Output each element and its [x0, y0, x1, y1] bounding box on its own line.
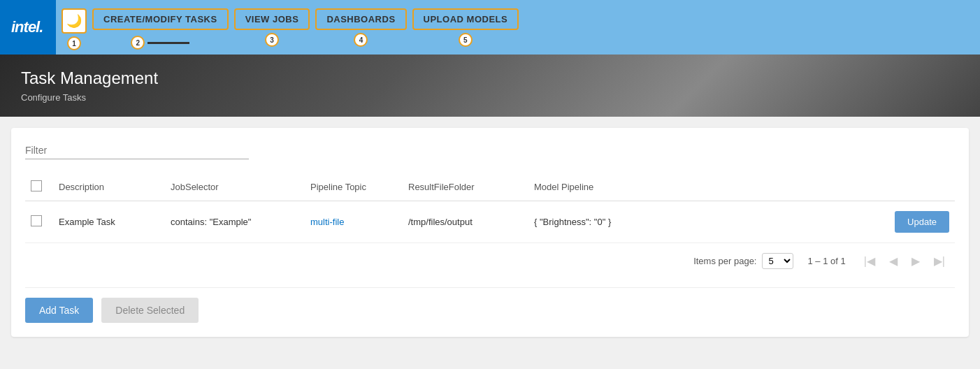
pipeline-topic-link[interactable]: multi-file — [310, 217, 344, 227]
logo-text: intel. — [11, 18, 43, 36]
row-checkbox[interactable] — [31, 215, 42, 226]
pagination-row: Items per page: 5 10 25 50 1 – 1 of 1 |◀… — [25, 243, 955, 273]
items-per-page-label: Items per page: — [693, 256, 756, 266]
row-description: Example Task — [53, 201, 165, 243]
tasks-table: Description JobSelector Pipeline Topic R… — [25, 173, 955, 243]
header-description: Description — [53, 173, 165, 201]
nav-item-dashboards[interactable]: DASHBOARDS 4 — [315, 8, 406, 47]
update-button[interactable]: Update — [895, 211, 949, 233]
select-all-checkbox[interactable] — [31, 180, 42, 191]
first-page-button[interactable]: |◀ — [860, 252, 879, 270]
upload-models-button[interactable]: UPLOAD MODELS — [412, 8, 519, 30]
view-jobs-button[interactable]: VIEW JOBS — [234, 8, 310, 30]
next-page-button[interactable]: ▶ — [907, 252, 924, 270]
items-per-page-select[interactable]: 5 10 25 50 — [762, 253, 793, 269]
theme-icon-button[interactable]: 🌙 — [62, 8, 87, 34]
nav-bar: 🌙 1 CREATE/MODIFY TASKS 2 VIEW JOBS 3 DA… — [56, 0, 524, 55]
add-task-button[interactable]: Add Task — [25, 298, 93, 323]
moon-icon: 🌙 — [66, 13, 82, 29]
banner-title: Task Management — [21, 68, 959, 88]
header-model-pipeline: Model Pipeline — [528, 173, 885, 201]
header-action — [885, 173, 955, 201]
header: intel. 🌙 1 CREATE/MODIFY TASKS 2 VIEW JO… — [0, 0, 980, 55]
row-pipeline-topic: multi-file — [305, 201, 403, 243]
row-checkbox-cell — [25, 201, 53, 243]
header-result-file-folder: ResultFileFolder — [403, 173, 528, 201]
header-checkbox-cell — [25, 173, 53, 201]
filter-input[interactable] — [25, 142, 249, 159]
header-pipeline-topic: Pipeline Topic — [305, 173, 403, 201]
row-model-pipeline: { "Brightness": "0" } — [528, 201, 885, 243]
header-job-selector: JobSelector — [165, 173, 305, 201]
create-modify-tasks-button[interactable]: CREATE/MODIFY TASKS — [92, 8, 229, 30]
nav-item-upload-models[interactable]: UPLOAD MODELS 5 — [412, 8, 519, 47]
table-row: Example Task contains: "Example" multi-f… — [25, 201, 955, 243]
row-result-file-folder: /tmp/files/output — [403, 201, 528, 243]
nav-badge-3: 3 — [265, 33, 279, 47]
active-underline — [147, 42, 189, 44]
main-content: Description JobSelector Pipeline Topic R… — [11, 128, 969, 337]
nav-item-view-jobs[interactable]: VIEW JOBS 3 — [234, 8, 310, 47]
delete-selected-button[interactable]: Delete Selected — [101, 298, 199, 323]
banner: Task Management Configure Tasks — [0, 55, 980, 117]
prev-page-button[interactable]: ◀ — [885, 252, 902, 270]
nav-badge-2: 2 — [131, 36, 145, 50]
nav-badge-4: 4 — [354, 33, 368, 47]
nav-item-icon[interactable]: 🌙 1 — [62, 8, 87, 50]
banner-subtitle: Configure Tasks — [21, 92, 959, 103]
intel-logo: intel. — [0, 0, 56, 55]
page-info: 1 – 1 of 1 — [807, 256, 845, 266]
row-action-cell: Update — [885, 201, 955, 243]
last-page-button[interactable]: ▶| — [930, 252, 949, 270]
nav-badge-5: 5 — [459, 33, 473, 47]
filter-section — [25, 142, 955, 159]
bottom-actions: Add Task Delete Selected — [25, 287, 955, 323]
nav-item-create-modify[interactable]: CREATE/MODIFY TASKS 2 — [92, 8, 229, 50]
dashboards-button[interactable]: DASHBOARDS — [315, 8, 406, 30]
table-header-row: Description JobSelector Pipeline Topic R… — [25, 173, 955, 201]
row-job-selector: contains: "Example" — [165, 201, 305, 243]
nav-badge-1: 1 — [67, 36, 81, 50]
